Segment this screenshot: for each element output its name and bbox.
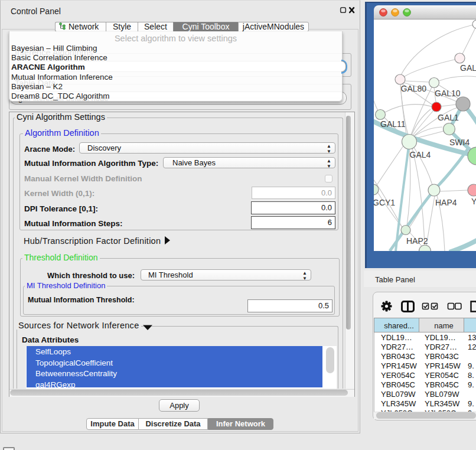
svg-text:GAL11: GAL11	[380, 119, 406, 129]
svg-text:GAL1: GAL1	[438, 113, 459, 122]
svg-text:SWI4: SWI4	[449, 138, 470, 147]
svg-text:GAL80: GAL80	[401, 84, 427, 93]
svg-text:Y: Y	[471, 197, 476, 206]
svg-text:GAL4: GAL4	[410, 150, 431, 159]
svg-text:GAL7: GAL7	[460, 63, 476, 73]
svg-text:GAL10: GAL10	[435, 89, 461, 98]
svg-text:HAP4: HAP4	[435, 198, 457, 207]
svg-text:HAP2: HAP2	[406, 236, 428, 246]
svg-text:GCY1: GCY1	[374, 198, 395, 207]
